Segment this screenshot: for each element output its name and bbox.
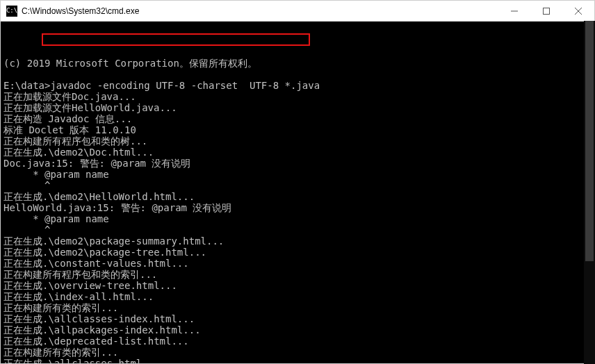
- maximize-icon: [543, 8, 550, 15]
- terminal-line: ^: [3, 224, 594, 235]
- terminal-line: 正在生成.\overview-tree.html...: [3, 280, 594, 291]
- cmd-window: C:\ C:\Windows\System32\cmd.exe (c) 2019…: [0, 0, 595, 364]
- terminal-line: 正在生成.\allclasses.html...: [3, 358, 594, 363]
- terminal-line: (c) 2019 Microsoft Corporation。保留所有权利。: [3, 58, 594, 69]
- terminal-line: 正在构建所有类的索引...: [3, 302, 594, 313]
- terminal-line: 正在构建所有程序包和类的索引...: [3, 269, 594, 280]
- terminal-line: 正在生成.\demo2\package-summary.html...: [3, 235, 594, 247]
- terminal-line: 正在生成.\index-all.html...: [3, 291, 594, 302]
- terminal-line: 正在生成.\demo2\package-tree.html...: [3, 247, 594, 258]
- terminal-line: E:\data>javadoc -encoding UTF-8 -charset…: [3, 80, 594, 91]
- cmd-icon: C:\: [6, 6, 17, 17]
- terminal-line: ^: [3, 180, 594, 191]
- close-button[interactable]: [562, 1, 594, 22]
- terminal-line: HelloWorld.java:15: 警告: @param 没有说明: [3, 202, 594, 213]
- terminal-line: [3, 69, 594, 80]
- command-highlight-box: [42, 33, 310, 46]
- minimize-button[interactable]: [498, 1, 530, 22]
- terminal-line: * @param name: [3, 213, 594, 224]
- terminal-line: 正在加载源文件Doc.java...: [3, 91, 594, 102]
- terminal-line: 正在构建所有程序包和类的树...: [3, 135, 594, 147]
- terminal-line: 正在加载源文件HelloWorld.java...: [3, 102, 594, 113]
- terminal-line: 正在生成.\allpackages-index.html...: [3, 324, 594, 336]
- terminal-line: 正在生成.\constant-values.html...: [3, 258, 594, 269]
- terminal-line: Doc.java:15: 警告: @param 没有说明: [3, 158, 594, 169]
- terminal-output[interactable]: (c) 2019 Microsoft Corporation。保留所有权利。 E…: [1, 22, 594, 363]
- terminal-line: 正在构建所有类的索引...: [3, 347, 594, 358]
- window-controls: [498, 1, 594, 22]
- scrollbar-thumb[interactable]: [585, 21, 594, 261]
- minimize-icon: [511, 8, 518, 15]
- terminal-line: 正在生成.\deprecated-list.html...: [3, 336, 594, 347]
- terminal-line: * @param name: [3, 169, 594, 180]
- terminal-line: 正在生成.\demo2\Doc.html...: [3, 147, 594, 158]
- close-icon: [575, 8, 582, 15]
- terminal-line: 标准 Doclet 版本 11.0.10: [3, 124, 594, 135]
- terminal-line: 正在生成.\allclasses-index.html...: [3, 313, 594, 324]
- terminal-line: 正在生成.\demo2\HelloWorld.html...: [3, 191, 594, 202]
- maximize-button[interactable]: [530, 1, 562, 22]
- terminal-line: 正在构造 Javadoc 信息...: [3, 113, 594, 124]
- cmd-icon-label: C:\: [6, 8, 17, 14]
- window-title: C:\Windows\System32\cmd.exe: [22, 6, 498, 16]
- titlebar[interactable]: C:\ C:\Windows\System32\cmd.exe: [1, 1, 594, 22]
- svg-rect-0: [544, 8, 550, 14]
- scrollbar-vertical[interactable]: [584, 21, 595, 364]
